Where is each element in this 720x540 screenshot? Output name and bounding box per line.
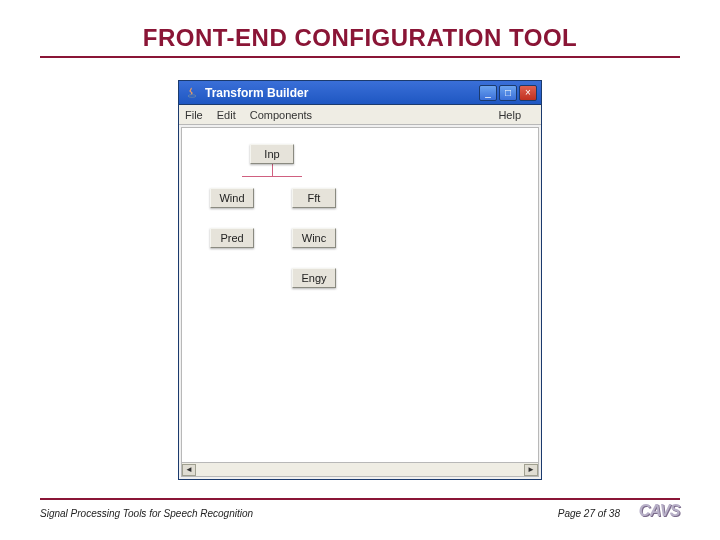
slide-title: FRONT-END CONFIGURATION TOOL bbox=[0, 24, 720, 52]
chevron-left-icon: ◄ bbox=[185, 466, 193, 474]
block-label: Fft bbox=[308, 192, 321, 204]
footer-logo: CAVS bbox=[639, 502, 680, 520]
menubar: File Edit Components Help bbox=[179, 105, 541, 125]
minimize-icon: _ bbox=[485, 88, 491, 98]
horizontal-scrollbar[interactable]: ◄ ► bbox=[182, 462, 538, 476]
block-fft[interactable]: Fft bbox=[292, 188, 336, 208]
menu-edit[interactable]: Edit bbox=[217, 109, 236, 121]
close-button[interactable]: × bbox=[519, 85, 537, 101]
minimize-button[interactable]: _ bbox=[479, 85, 497, 101]
maximize-icon: □ bbox=[505, 88, 511, 98]
menu-file[interactable]: File bbox=[185, 109, 203, 121]
block-inp[interactable]: Inp bbox=[250, 144, 294, 164]
block-label: Engy bbox=[301, 272, 326, 284]
wire-inp-down bbox=[272, 164, 273, 176]
block-label: Inp bbox=[264, 148, 279, 160]
titlebar[interactable]: Transform Builder _ □ × bbox=[179, 81, 541, 105]
footer-page: Page 27 of 38 bbox=[558, 508, 620, 519]
footer-line bbox=[40, 498, 680, 500]
java-icon bbox=[185, 86, 199, 100]
footer-left: Signal Processing Tools for Speech Recog… bbox=[40, 508, 253, 519]
block-pred[interactable]: Pred bbox=[210, 228, 254, 248]
block-winc[interactable]: Winc bbox=[292, 228, 336, 248]
wire-inp-h bbox=[242, 176, 302, 177]
canvas-wrap: Inp Wind Fft Pred Winc Engy ◄ ► bbox=[181, 127, 539, 477]
title-underline bbox=[40, 56, 680, 58]
close-icon: × bbox=[525, 88, 531, 98]
block-label: Winc bbox=[302, 232, 326, 244]
scroll-right-button[interactable]: ► bbox=[524, 464, 538, 476]
block-wind[interactable]: Wind bbox=[210, 188, 254, 208]
block-label: Pred bbox=[220, 232, 243, 244]
window-title: Transform Builder bbox=[205, 86, 479, 100]
app-window: Transform Builder _ □ × File Edit Compon… bbox=[178, 80, 542, 480]
menu-help[interactable]: Help bbox=[498, 109, 521, 121]
maximize-button[interactable]: □ bbox=[499, 85, 517, 101]
menu-components[interactable]: Components bbox=[250, 109, 312, 121]
svg-point-0 bbox=[188, 94, 196, 97]
slide: FRONT-END CONFIGURATION TOOL Transform B… bbox=[0, 0, 720, 540]
scroll-track[interactable] bbox=[196, 464, 524, 476]
chevron-right-icon: ► bbox=[527, 466, 535, 474]
window-buttons: _ □ × bbox=[479, 85, 537, 101]
canvas[interactable]: Inp Wind Fft Pred Winc Engy bbox=[182, 128, 538, 462]
block-engy[interactable]: Engy bbox=[292, 268, 336, 288]
scroll-left-button[interactable]: ◄ bbox=[182, 464, 196, 476]
block-label: Wind bbox=[219, 192, 244, 204]
